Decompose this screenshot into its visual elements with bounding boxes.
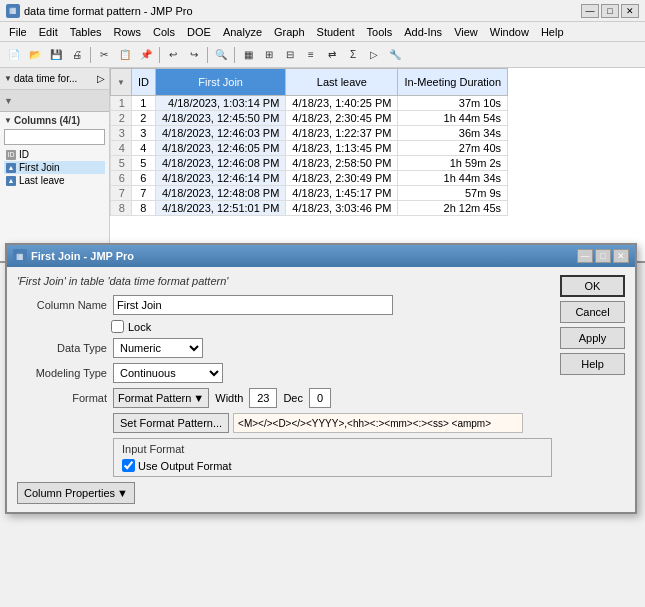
data-type-label: Data Type bbox=[17, 342, 107, 354]
modeling-type-select[interactable]: Continuous Ordinal Nominal bbox=[113, 363, 223, 383]
format-pattern-dropdown[interactable]: Format Pattern ▼ bbox=[113, 388, 209, 408]
dialog-maximize-btn[interactable]: □ bbox=[595, 249, 611, 263]
dec-input[interactable] bbox=[309, 388, 331, 408]
tb4[interactable]: ≡ bbox=[301, 45, 321, 65]
tb3[interactable]: ⊟ bbox=[280, 45, 300, 65]
lock-checkbox[interactable] bbox=[111, 320, 124, 333]
set-format-row: Set Format Pattern... <M></><D></><YYYY>… bbox=[113, 413, 552, 433]
format-pattern-display: <M></><D></><YYYY>,<hh><:><mm><:><ss> <a… bbox=[233, 413, 523, 433]
menu-doe[interactable]: DOE bbox=[182, 25, 216, 39]
new-btn[interactable]: 📄 bbox=[4, 45, 24, 65]
menu-tables[interactable]: Tables bbox=[65, 25, 107, 39]
menu-edit[interactable]: Edit bbox=[34, 25, 63, 39]
menu-rows[interactable]: Rows bbox=[109, 25, 147, 39]
sidebar-item-first-join[interactable]: ▲ First Join bbox=[4, 161, 105, 174]
set-format-pattern-button[interactable]: Set Format Pattern... bbox=[113, 413, 229, 433]
id-cell: 3 bbox=[131, 126, 155, 141]
table-expand-btn[interactable]: ▷ bbox=[97, 73, 105, 84]
maximize-button[interactable]: □ bbox=[601, 4, 619, 18]
menu-help[interactable]: Help bbox=[536, 25, 569, 39]
width-input[interactable] bbox=[249, 388, 277, 408]
cut-btn[interactable]: ✂ bbox=[94, 45, 114, 65]
tb8[interactable]: 🔧 bbox=[385, 45, 405, 65]
input-format-group: Input Format Use Output Format bbox=[113, 438, 552, 477]
menu-cols[interactable]: Cols bbox=[148, 25, 180, 39]
paste-btn[interactable]: 📌 bbox=[136, 45, 156, 65]
row-num-cell: 1 bbox=[111, 96, 132, 111]
col-header-last-leave[interactable]: Last leave bbox=[286, 69, 398, 96]
sep4 bbox=[234, 47, 235, 63]
col-header-id[interactable]: ID bbox=[131, 69, 155, 96]
redo-btn[interactable]: ↪ bbox=[184, 45, 204, 65]
dialog-description: 'First Join' in table 'data time format … bbox=[17, 275, 552, 287]
window-title: data time format pattern - JMP Pro bbox=[24, 5, 193, 17]
ok-button[interactable]: OK bbox=[560, 275, 625, 297]
undo-btn[interactable]: ↩ bbox=[163, 45, 183, 65]
row-num-cell: 3 bbox=[111, 126, 132, 141]
sidebar-item-last-leave[interactable]: ▲ Last leave bbox=[4, 174, 105, 187]
collapse-table-btn[interactable]: ▼ bbox=[4, 74, 12, 83]
width-label: Width bbox=[215, 392, 243, 404]
last-leave-cell: 4/18/23, 1:40:25 PM bbox=[286, 96, 398, 111]
tb2[interactable]: ⊞ bbox=[259, 45, 279, 65]
last-leave-cell: 4/18/23, 1:13:45 PM bbox=[286, 141, 398, 156]
col-id-label: ID bbox=[19, 149, 29, 160]
menu-student[interactable]: Student bbox=[312, 25, 360, 39]
modeling-type-row: Modeling Type Continuous Ordinal Nominal bbox=[17, 363, 552, 383]
dialog-controls[interactable]: — □ ✕ bbox=[577, 249, 629, 263]
tb5[interactable]: ⇄ bbox=[322, 45, 342, 65]
id-icon: ID bbox=[6, 150, 16, 160]
columns-collapse-btn[interactable]: ▼ bbox=[4, 116, 12, 125]
apply-button[interactable]: Apply bbox=[560, 327, 625, 349]
print-btn[interactable]: 🖨 bbox=[67, 45, 87, 65]
data-type-select[interactable]: Numeric Character Row State Expression bbox=[113, 338, 203, 358]
use-output-format-row[interactable]: Use Output Format bbox=[122, 459, 543, 472]
help-button[interactable]: Help bbox=[560, 353, 625, 375]
save-btn[interactable]: 💾 bbox=[46, 45, 66, 65]
title-bar-controls[interactable]: — □ ✕ bbox=[581, 4, 639, 18]
col-header-duration[interactable]: In-Meeting Duration bbox=[398, 69, 508, 96]
column-properties-button[interactable]: Column Properties ▼ bbox=[17, 482, 135, 504]
close-button[interactable]: ✕ bbox=[621, 4, 639, 18]
format-pattern-dropdown-label: Format Pattern bbox=[118, 392, 191, 404]
data-table-area[interactable]: ▼ ID First Join Last leave bbox=[110, 68, 645, 261]
row-num-cell: 5 bbox=[111, 156, 132, 171]
col-filter-icon[interactable]: ▼ bbox=[117, 78, 125, 87]
tb6[interactable]: Σ bbox=[343, 45, 363, 65]
column-name-input[interactable] bbox=[113, 295, 393, 315]
tb1[interactable]: ▦ bbox=[238, 45, 258, 65]
table-row: 8 8 4/18/2023, 12:51:01 PM 4/18/23, 3:03… bbox=[111, 201, 508, 216]
duration-cell: 1h 44m 54s bbox=[398, 111, 508, 126]
menu-window[interactable]: Window bbox=[485, 25, 534, 39]
tb7[interactable]: ▷ bbox=[364, 45, 384, 65]
dialog-title-text: First Join - JMP Pro bbox=[31, 250, 134, 262]
menu-graph[interactable]: Graph bbox=[269, 25, 310, 39]
toolbar: 📄 📂 💾 🖨 ✂ 📋 📌 ↩ ↪ 🔍 ▦ ⊞ ⊟ ≡ ⇄ Σ ▷ 🔧 bbox=[0, 42, 645, 68]
menu-tools[interactable]: Tools bbox=[362, 25, 398, 39]
first-join-cell: 4/18/2023, 12:46:03 PM bbox=[155, 126, 285, 141]
col-last-leave-header-label: Last leave bbox=[292, 76, 391, 88]
dialog-minimize-btn[interactable]: — bbox=[577, 249, 593, 263]
dialog-body: 'First Join' in table 'data time format … bbox=[7, 267, 635, 512]
row-num-cell: 8 bbox=[111, 201, 132, 216]
search-btn[interactable]: 🔍 bbox=[211, 45, 231, 65]
columns-search-input[interactable] bbox=[4, 129, 105, 145]
table-row: 3 3 4/18/2023, 12:46:03 PM 4/18/23, 1:22… bbox=[111, 126, 508, 141]
sidebar-item-id[interactable]: ID ID bbox=[4, 148, 105, 161]
copy-btn[interactable]: 📋 bbox=[115, 45, 135, 65]
menu-file[interactable]: File bbox=[4, 25, 32, 39]
dec-label: Dec bbox=[283, 392, 303, 404]
dialog-close-btn[interactable]: ✕ bbox=[613, 249, 629, 263]
cancel-button[interactable]: Cancel bbox=[560, 301, 625, 323]
menu-analyze[interactable]: Analyze bbox=[218, 25, 267, 39]
table-filter-icon[interactable]: ▼ bbox=[4, 96, 13, 106]
minimize-button[interactable]: — bbox=[581, 4, 599, 18]
col-header-first-join[interactable]: First Join bbox=[155, 69, 285, 96]
menu-view[interactable]: View bbox=[449, 25, 483, 39]
col-first-join-label: First Join bbox=[19, 162, 60, 173]
use-output-format-checkbox[interactable] bbox=[122, 459, 135, 472]
open-btn[interactable]: 📂 bbox=[25, 45, 45, 65]
table-row: 7 7 4/18/2023, 12:48:08 PM 4/18/23, 1:45… bbox=[111, 186, 508, 201]
menu-addins[interactable]: Add-Ins bbox=[399, 25, 447, 39]
format-dropdown-arrow: ▼ bbox=[193, 392, 204, 404]
